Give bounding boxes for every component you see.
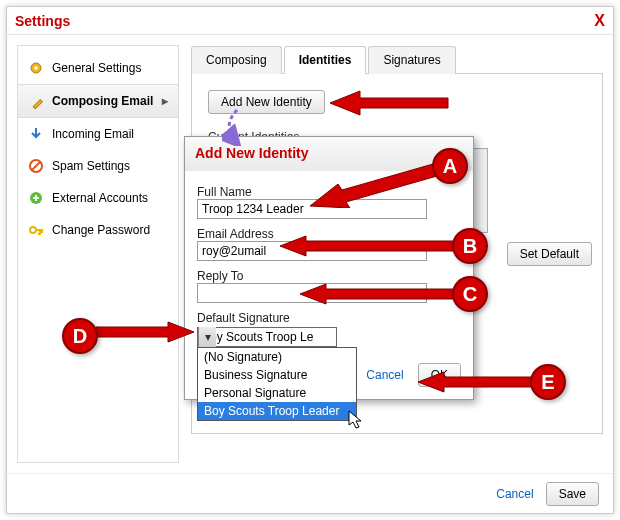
tab-identities[interactable]: Identities [284,46,367,74]
svg-marker-8 [310,162,444,208]
set-default-button[interactable]: Set Default [507,242,592,266]
sidebar-item-general[interactable]: General Settings [18,52,178,84]
guide-arrow-icon [222,108,252,146]
footer: Cancel Save [7,473,613,513]
annotation-badge-c: C [452,276,488,312]
annotation-arrow-icon [94,320,194,350]
svg-marker-10 [300,284,458,304]
signature-label: Default Signature [197,311,461,325]
sidebar-item-label: Composing Email [52,94,153,108]
signature-selected-value: Boy Scouts Troop Le [198,330,336,344]
sidebar-item-label: General Settings [52,61,141,75]
block-icon [28,158,44,174]
replyto-label: Reply To [197,269,461,283]
svg-marker-12 [418,372,536,392]
plus-icon [28,190,44,206]
svg-marker-11 [96,322,194,342]
annotation-arrow-icon [330,88,450,118]
sidebar-item-label: Incoming Email [52,127,134,141]
svg-marker-7 [330,91,448,115]
svg-point-1 [34,66,38,70]
sidebar-item-composing[interactable]: Composing Email ▸ [18,84,178,118]
annotation-arrow-icon [310,158,450,208]
svg-rect-2 [33,100,42,109]
cancel-button[interactable]: Cancel [366,368,403,382]
signature-option[interactable]: Boy Scouts Troop Leader [198,402,356,420]
sidebar: General Settings Composing Email ▸ Incom… [17,45,179,463]
annotation-badge-a: A [432,148,468,184]
annotation-arrow-icon [300,282,460,306]
window-title: Settings [15,13,594,29]
sidebar-item-external[interactable]: External Accounts [18,182,178,214]
sidebar-item-label: External Accounts [52,191,148,205]
annotation-arrow-icon [418,370,538,394]
close-icon[interactable]: X [594,12,605,30]
signature-option[interactable]: (No Signature) [198,348,356,366]
sidebar-item-password[interactable]: Change Password [18,214,178,246]
svg-point-6 [30,227,36,233]
sidebar-item-label: Change Password [52,223,150,237]
chevron-right-icon: ▸ [162,94,168,108]
signature-select-display[interactable]: Boy Scouts Troop Le ▾ [197,327,337,347]
signature-option[interactable]: Personal Signature [198,384,356,402]
save-button[interactable]: Save [546,482,599,506]
gear-icon [28,60,44,76]
download-icon [28,126,44,142]
annotation-badge-b: B [452,228,488,264]
cursor-icon [348,410,364,430]
signature-dropdown: (No Signature) Business Signature Person… [197,347,357,421]
svg-line-4 [32,162,40,170]
tabs: Composing Identities Signatures [191,45,603,74]
chevron-down-icon[interactable]: ▾ [198,327,216,347]
sidebar-item-incoming[interactable]: Incoming Email [18,118,178,150]
sidebar-item-label: Spam Settings [52,159,130,173]
key-icon [28,222,44,238]
pencil-icon [28,93,44,109]
annotation-badge-e: E [530,364,566,400]
cancel-link[interactable]: Cancel [496,487,533,501]
svg-marker-9 [280,236,458,256]
annotation-badge-d: D [62,318,98,354]
signature-select[interactable]: Boy Scouts Troop Le ▾ (No Signature) Bus… [197,327,337,347]
annotation-arrow-icon [280,234,460,258]
tab-composing[interactable]: Composing [191,46,282,74]
titlebar: Settings X [7,7,613,35]
tab-signatures[interactable]: Signatures [368,46,455,74]
sidebar-item-spam[interactable]: Spam Settings [18,150,178,182]
signature-option[interactable]: Business Signature [198,366,356,384]
